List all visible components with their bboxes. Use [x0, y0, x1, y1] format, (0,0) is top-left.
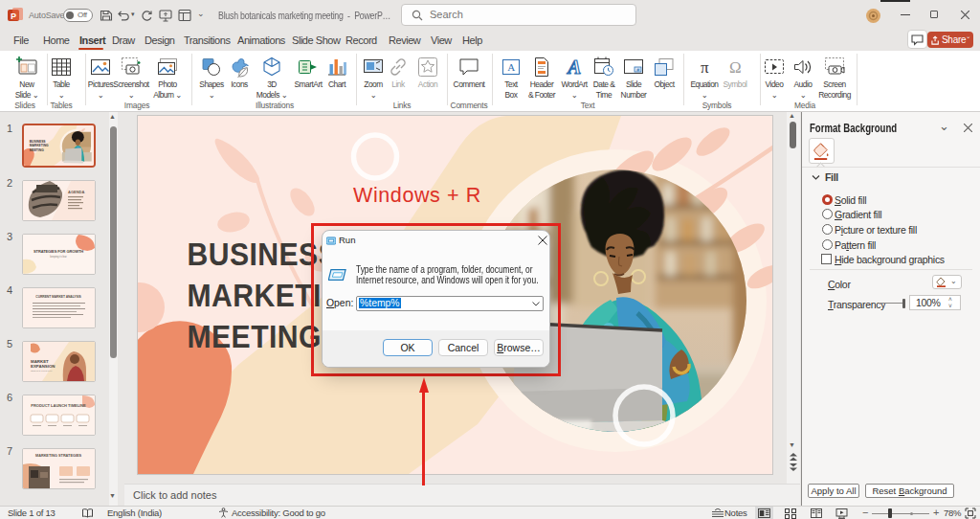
svg-text:A: A — [566, 56, 581, 79]
svg-text:STRATEGIES FOR GROWTH: STRATEGIES FOR GROWTH — [33, 249, 83, 254]
svg-text:π: π — [701, 58, 709, 77]
svg-text:MEETING: MEETING — [30, 148, 44, 152]
svg-text:keeping it clear: keeping it clear — [50, 255, 67, 259]
svg-text:A: A — [507, 61, 515, 73]
svg-text:BUSINESS: BUSINESS — [30, 139, 46, 143]
svg-text:Ω: Ω — [729, 58, 741, 77]
svg-text:AGENDA: AGENDA — [68, 190, 84, 194]
svg-text:MEETING: MEETING — [188, 319, 322, 355]
svg-text:MARKETING STRATEGIES: MARKETING STRATEGIES — [35, 454, 81, 458]
svg-text:EXPANSION: EXPANSION — [31, 364, 56, 369]
svg-text:CURRENT MARKET ANALYSIS: CURRENT MARKET ANALYSIS — [35, 295, 81, 299]
svg-text:Windows + R: Windows + R — [353, 184, 481, 207]
svg-text:MARKETING: MARKETING — [30, 144, 49, 147]
svg-text:P: P — [11, 11, 16, 21]
svg-text:lifting up to a new level: lifting up to a new level — [31, 370, 53, 372]
svg-text:PRODUCT LAUNCH TIMELINE: PRODUCT LAUNCH TIMELINE — [31, 403, 86, 408]
